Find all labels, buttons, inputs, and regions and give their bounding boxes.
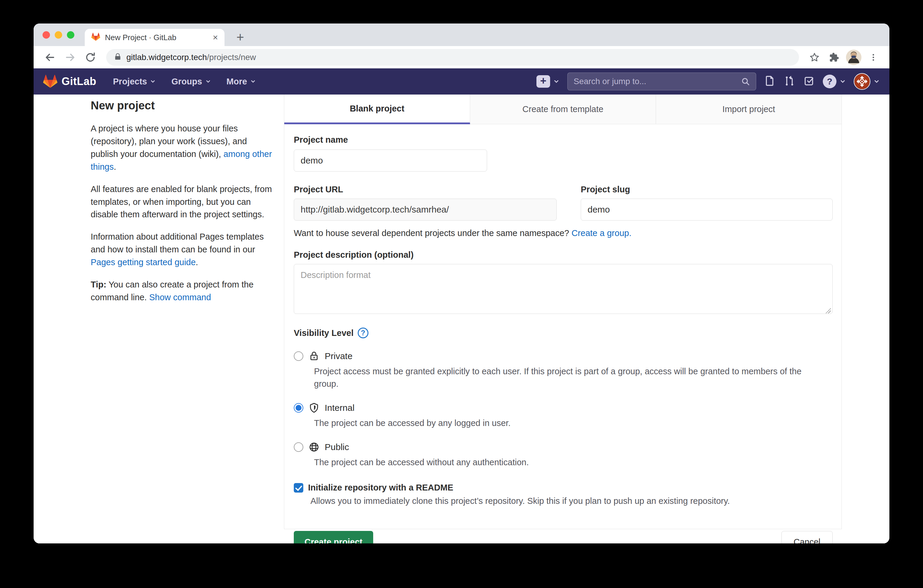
pages-guide-link[interactable]: Pages getting started guide (91, 258, 195, 267)
cancel-button[interactable]: Cancel (782, 531, 833, 544)
project-description-label: Project description (optional) (294, 250, 833, 260)
private-option-label[interactable]: Private (325, 351, 352, 361)
help-question-icon: ? (823, 75, 836, 88)
private-option-desc: Project access must be granted explicitl… (314, 365, 826, 390)
help-menu-button[interactable]: ? (823, 75, 846, 88)
user-avatar (854, 73, 870, 90)
tab-close-icon[interactable]: × (213, 33, 218, 42)
user-menu-button[interactable] (854, 73, 880, 90)
zoom-window-button[interactable] (67, 31, 74, 39)
plus-icon: + (536, 75, 550, 88)
minimize-window-button[interactable] (55, 31, 62, 39)
project-slug-input[interactable] (581, 199, 833, 220)
visibility-option-private: Private Project access must be granted e… (294, 350, 833, 390)
readme-label[interactable]: Initialize repository with a README (308, 483, 453, 493)
gitlab-nav-links: Projects Groups More (113, 77, 256, 87)
page-content: New project A project is where you house… (34, 95, 889, 544)
project-type-tabs: Blank project Create from template Impor… (284, 95, 841, 124)
internal-radio[interactable] (294, 403, 303, 412)
globe-icon (308, 441, 320, 453)
internal-option-desc: The project can be accessed by any logge… (314, 417, 826, 429)
create-project-button[interactable]: Create project (294, 531, 373, 544)
page-title: New project (91, 99, 275, 112)
browser-titlebar: New Project · GitLab × + (34, 23, 889, 46)
chevron-down-icon (873, 78, 880, 85)
todos-icon[interactable] (803, 75, 815, 88)
extensions-puzzle-icon[interactable] (826, 49, 843, 66)
lock-icon (308, 350, 320, 362)
traffic-lights (43, 31, 74, 39)
browser-window: New Project · GitLab × + gitlab.widgetco… (34, 23, 889, 544)
project-url-input[interactable] (294, 199, 557, 220)
global-search[interactable] (567, 72, 756, 90)
bookmark-star-icon[interactable] (806, 49, 823, 66)
visibility-option-public: Public The project can be accessed witho… (294, 441, 833, 468)
sidebar-paragraph: All features are enabled for blank proje… (91, 183, 275, 221)
close-window-button[interactable] (43, 31, 50, 39)
tab-blank-project[interactable]: Blank project (284, 95, 470, 124)
show-command-link[interactable]: Show command (149, 292, 211, 302)
nav-item-projects[interactable]: Projects (113, 77, 156, 87)
forward-icon[interactable] (62, 49, 79, 66)
public-option-label[interactable]: Public (325, 442, 349, 452)
tab-favicon-gitlab-icon (91, 33, 100, 43)
lock-icon (114, 53, 122, 62)
merge-requests-icon[interactable] (783, 75, 795, 88)
project-name-label: Project name (294, 135, 833, 145)
namespace-hint: Want to house several dependent projects… (294, 228, 833, 238)
sidebar-paragraph: A project is where you house your files … (91, 122, 275, 173)
readme-section: Initialize repository with a README Allo… (294, 483, 833, 506)
readme-checkbox[interactable] (294, 483, 303, 493)
chevron-down-icon (250, 79, 256, 84)
url-field[interactable]: gitlab.widgetcorp.tech/projects/new (106, 49, 799, 66)
visibility-level-label: Visibility Level (294, 328, 353, 338)
gitlab-nav-right: + ? (536, 72, 880, 90)
form-footer: Create project Cancel (294, 531, 833, 544)
sidebar-tip: Tip: You can also create a project from … (91, 278, 275, 304)
nav-item-groups[interactable]: Groups (171, 77, 211, 87)
project-slug-label: Project slug (581, 185, 833, 194)
browser-profile-avatar[interactable] (846, 49, 862, 66)
new-menu-button[interactable]: + (536, 75, 560, 88)
new-project-panel: Blank project Create from template Impor… (284, 95, 842, 529)
browser-tab[interactable]: New Project · GitLab × (85, 29, 225, 46)
project-name-input[interactable] (294, 149, 487, 171)
new-tab-button[interactable]: + (236, 31, 244, 44)
back-icon[interactable] (41, 49, 59, 66)
tab-create-from-template[interactable]: Create from template (470, 95, 656, 124)
browser-menu-dots-icon[interactable] (865, 49, 882, 66)
create-a-group-link[interactable]: Create a group. (572, 228, 632, 238)
browser-urlbar: gitlab.widgetcorp.tech/projects/new (34, 46, 889, 68)
gitlab-tanuki-icon (43, 74, 57, 89)
chevron-down-icon (150, 79, 156, 84)
public-option-desc: The project can be accessed without any … (314, 456, 826, 468)
shield-icon (308, 402, 320, 414)
visibility-help-icon[interactable]: ? (358, 328, 368, 338)
project-description-textarea[interactable] (294, 264, 833, 314)
nav-item-more[interactable]: More (227, 77, 256, 87)
reload-icon[interactable] (82, 49, 99, 66)
gitlab-logotype: GitLab (62, 75, 96, 88)
visibility-option-internal: Internal The project can be accessed by … (294, 402, 833, 429)
chevron-down-icon (553, 78, 560, 85)
project-url-label: Project URL (294, 185, 581, 194)
private-radio[interactable] (294, 351, 303, 361)
chevron-down-icon (839, 78, 846, 85)
url-text: gitlab.widgetcorp.tech/projects/new (126, 53, 256, 62)
gitlab-navbar: GitLab Projects Groups More + (34, 68, 889, 95)
blank-project-form: Project name Project URL Project slug Wa… (284, 124, 841, 544)
chevron-down-icon (205, 79, 211, 84)
search-input[interactable] (573, 77, 741, 86)
textarea-resize-handle[interactable] (826, 308, 831, 313)
tab-title: New Project · GitLab (105, 33, 208, 42)
readme-desc: Allows you to immediately clone this pro… (310, 496, 833, 506)
public-radio[interactable] (294, 442, 303, 452)
gitlab-logo[interactable]: GitLab (43, 74, 96, 89)
internal-option-label[interactable]: Internal (325, 403, 355, 413)
sidebar-paragraph: Information about additional Pages templ… (91, 230, 275, 269)
issues-icon[interactable] (764, 75, 776, 88)
sidebar: New project A project is where you house… (91, 99, 275, 313)
tab-import-project[interactable]: Import project (656, 95, 841, 124)
search-icon (741, 77, 750, 86)
